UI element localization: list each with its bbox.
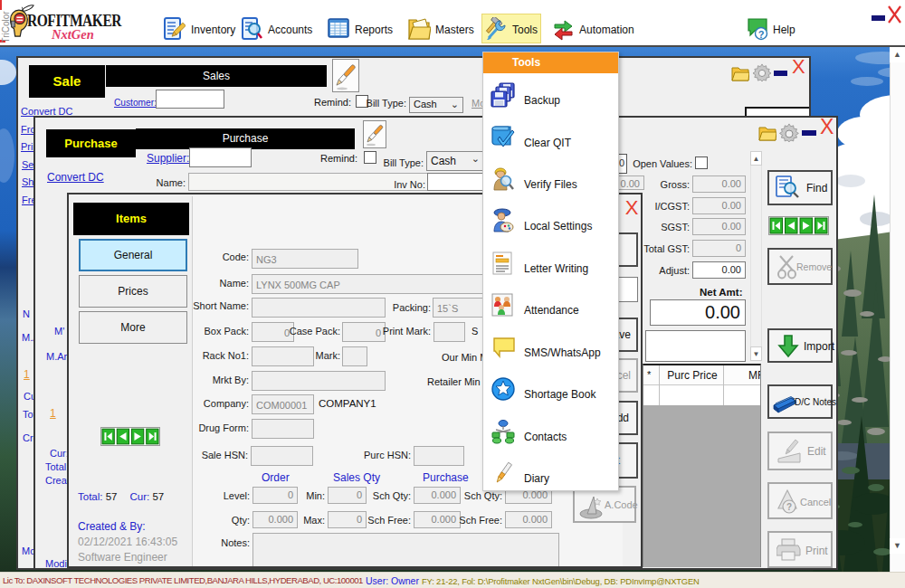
svg-text:?: ?: [758, 29, 765, 40]
svg-text:?: ?: [786, 502, 792, 512]
